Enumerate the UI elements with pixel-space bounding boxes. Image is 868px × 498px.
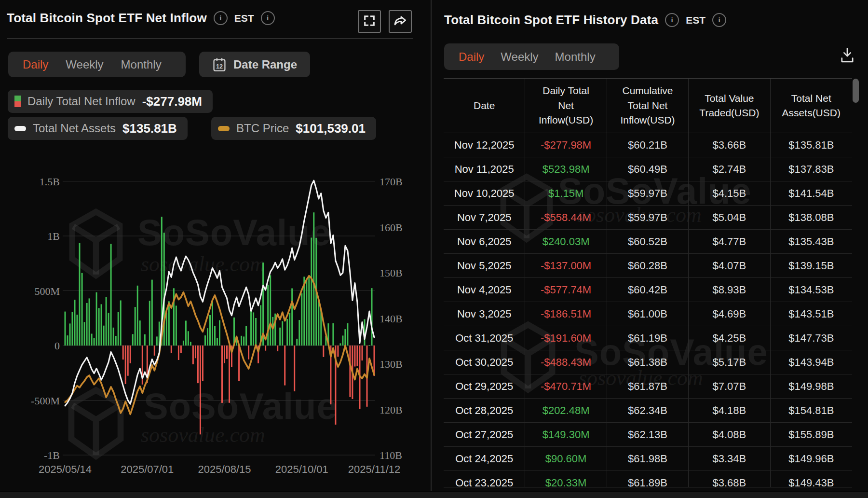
table-header-row: Date Daily Total Net Inflow(USD) Cumulat…: [444, 79, 852, 133]
value-traded-cell: $5.17B: [689, 350, 770, 374]
daily-inflow-cell: -$558.44M: [525, 206, 607, 229]
svg-text:2025/08/15: 2025/08/15: [198, 463, 251, 475]
daily-inflow-cell: $523.98M: [525, 157, 607, 181]
cumulative-inflow-cell: $61.87B: [607, 374, 689, 398]
table-title: Total Bitcoin Spot ETF History Data: [444, 13, 658, 28]
svg-text:2025/07/01: 2025/07/01: [121, 463, 174, 475]
cumulative-inflow-cell: $60.52B: [607, 230, 689, 253]
scrollbar-thumb[interactable]: [853, 79, 859, 103]
column-header-net-assets[interactable]: Total Net Assets(USD): [771, 79, 852, 133]
svg-text:1.5B: 1.5B: [40, 176, 60, 188]
daily-inflow-cell: $1.15M: [525, 181, 607, 205]
tab-monthly[interactable]: Monthly: [555, 50, 596, 64]
info-icon[interactable]: i: [712, 13, 726, 27]
net-assets-cell: $137.83B: [771, 157, 852, 181]
value-traded-cell: $4.15B: [689, 181, 770, 205]
net-inflow-combo-chart[interactable]: 1.5B1B500M0-500M-1B170B160B150B140B130B1…: [0, 0, 431, 498]
table-row[interactable]: Nov 6,2025$240.03M$60.52B$4.77B$135.43B: [444, 230, 852, 254]
daily-inflow-cell: -$137.00M: [525, 254, 607, 277]
net-assets-cell: $141.54B: [771, 181, 852, 205]
table-row[interactable]: Oct 23,2025$20.33M$61.89B$3.68B$149.43B: [444, 471, 852, 487]
column-header-daily-inflow[interactable]: Daily Total Net Inflow(USD): [525, 79, 607, 133]
svg-text:140B: 140B: [380, 313, 403, 325]
column-header-value-traded[interactable]: Total Value Traded(USD): [689, 79, 770, 133]
table-row[interactable]: Oct 28,2025$202.48M$62.34B$4.18B$154.81B: [444, 399, 852, 423]
date-cell: Nov 12,2025: [444, 133, 525, 157]
value-traded-cell: $4.08B: [689, 423, 770, 446]
daily-inflow-cell: -$470.71M: [525, 374, 607, 398]
download-icon: [838, 45, 856, 68]
table-row[interactable]: Nov 5,2025-$137.00M$60.28B$4.07B$139.15B: [444, 254, 852, 278]
net-assets-cell: $143.51B: [771, 302, 852, 326]
svg-text:2025/10/01: 2025/10/01: [275, 463, 328, 475]
svg-text:130B: 130B: [380, 358, 403, 370]
net-assets-cell: $138.08B: [771, 206, 852, 229]
table-row[interactable]: Nov 7,2025-$558.44M$59.97B$5.04B$138.08B: [444, 206, 852, 230]
value-traded-cell: $7.07B: [689, 374, 770, 398]
date-cell: Oct 24,2025: [444, 447, 525, 470]
table-row[interactable]: Oct 30,2025-$488.43M$61.38B$5.17B$143.94…: [444, 350, 852, 374]
value-traded-cell: $4.25B: [689, 326, 770, 350]
download-button[interactable]: [837, 45, 858, 68]
svg-text:-500M: -500M: [31, 395, 60, 407]
table-row[interactable]: Nov 4,2025-$577.74M$60.42B$8.93B$134.53B: [444, 278, 852, 302]
net-assets-cell: $134.53B: [771, 278, 852, 302]
net-assets-cell: $143.94B: [771, 350, 852, 374]
table-row[interactable]: Oct 29,2025-$470.71M$61.87B$7.07B$149.98…: [444, 374, 852, 399]
tab-daily[interactable]: Daily: [459, 50, 484, 64]
cumulative-inflow-cell: $60.28B: [607, 254, 689, 277]
horizontal-scrollbar[interactable]: [0, 491, 868, 498]
table-row[interactable]: Nov 10,2025$1.15M$59.97B$4.15B$141.54B: [444, 181, 852, 206]
table-title-row: Total Bitcoin Spot ETF History Data i ES…: [444, 13, 726, 28]
column-header-cumulative-inflow[interactable]: Cumulative Total Net Inflow(USD): [607, 79, 689, 133]
table-row[interactable]: Nov 3,2025-$186.51M$61.00B$4.69B$143.51B: [444, 302, 852, 326]
value-traded-cell: $3.68B: [689, 471, 770, 487]
cumulative-inflow-cell: $62.34B: [607, 399, 689, 422]
cumulative-inflow-cell: $62.13B: [607, 423, 689, 446]
daily-inflow-cell: -$191.60M: [525, 326, 607, 350]
table-row[interactable]: Nov 12,2025-$277.98M$60.21B$3.66B$135.81…: [444, 133, 852, 157]
net-assets-cell: $135.81B: [771, 133, 852, 157]
table-scrollbar[interactable]: [853, 78, 859, 486]
date-cell: Oct 27,2025: [444, 423, 525, 446]
table-row[interactable]: Nov 11,2025$523.98M$60.49B$2.74B$137.83B: [444, 157, 852, 181]
tab-weekly[interactable]: Weekly: [501, 50, 538, 64]
history-data-table: Date Daily Total Net Inflow(USD) Cumulat…: [444, 78, 852, 487]
svg-text:0: 0: [54, 340, 60, 352]
date-cell: Oct 29,2025: [444, 374, 525, 398]
cumulative-inflow-cell: $59.97B: [607, 206, 689, 229]
date-cell: Nov 10,2025: [444, 181, 525, 205]
table-row[interactable]: Oct 24,2025$90.60M$61.98B$3.34B$149.96B: [444, 447, 852, 471]
net-assets-cell: $149.98B: [771, 374, 852, 398]
history-data-panel: Total Bitcoin Spot ETF History Data i ES…: [432, 0, 868, 498]
net-assets-cell: $155.89B: [771, 423, 852, 446]
daily-inflow-cell: -$488.43M: [525, 350, 607, 374]
date-cell: Oct 31,2025: [444, 326, 525, 350]
date-cell: Oct 23,2025: [444, 471, 525, 487]
net-inflow-chart-panel: Total Bitcoin Spot ETF Net Inflow i EST …: [0, 0, 432, 498]
value-traded-cell: $5.04B: [689, 206, 770, 229]
svg-text:500M: 500M: [34, 285, 60, 297]
value-traded-cell: $2.74B: [689, 157, 770, 181]
net-assets-cell: $139.15B: [771, 254, 852, 277]
daily-inflow-cell: -$277.98M: [525, 133, 607, 157]
daily-inflow-cell: $149.30M: [525, 423, 607, 446]
daily-inflow-cell: $90.60M: [525, 447, 607, 470]
date-cell: Nov 7,2025: [444, 206, 525, 229]
table-body: Nov 12,2025-$277.98M$60.21B$3.66B$135.81…: [444, 133, 852, 487]
column-header-date[interactable]: Date: [444, 79, 525, 133]
date-cell: Nov 3,2025: [444, 302, 525, 326]
table-row[interactable]: Oct 27,2025$149.30M$62.13B$4.08B$155.89B: [444, 423, 852, 447]
daily-inflow-cell: $20.33M: [525, 471, 607, 487]
date-cell: Oct 28,2025: [444, 399, 525, 422]
value-traded-cell: $4.69B: [689, 302, 770, 326]
svg-text:2025/11/12: 2025/11/12: [348, 463, 400, 475]
info-icon[interactable]: i: [665, 13, 679, 27]
table-row[interactable]: Oct 31,2025-$191.60M$61.19B$4.25B$147.73…: [444, 326, 852, 350]
net-assets-cell: $147.73B: [771, 326, 852, 350]
daily-inflow-cell: -$186.51M: [525, 302, 607, 326]
date-cell: Nov 11,2025: [444, 157, 525, 181]
value-traded-cell: $3.66B: [689, 133, 770, 157]
cumulative-inflow-cell: $61.38B: [607, 350, 689, 374]
value-traded-cell: $4.77B: [689, 230, 770, 253]
